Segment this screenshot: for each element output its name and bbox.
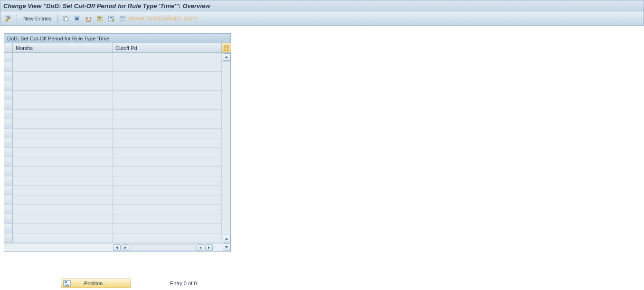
cell-months[interactable]: [13, 214, 113, 223]
row-selector[interactable]: [4, 167, 13, 176]
row-selector[interactable]: [4, 195, 13, 204]
cell-months[interactable]: [13, 233, 113, 242]
cell-months[interactable]: [13, 138, 113, 147]
row-selector[interactable]: [4, 176, 13, 185]
cell-months[interactable]: [13, 167, 113, 176]
table-row: [4, 205, 222, 214]
vscroll-track[interactable]: [222, 61, 230, 234]
cell-months[interactable]: [13, 72, 113, 81]
configure-columns-button[interactable]: [222, 43, 231, 53]
cell-cutoff[interactable]: [113, 110, 222, 119]
cell-months[interactable]: [13, 176, 113, 185]
svg-rect-23: [65, 284, 69, 285]
hscroll-left-button-2[interactable]: [197, 244, 204, 251]
cell-months[interactable]: [13, 224, 113, 233]
svg-rect-17: [224, 46, 229, 50]
cell-cutoff[interactable]: [113, 176, 222, 185]
copy-as-button[interactable]: [61, 14, 70, 23]
hscroll-track[interactable]: [130, 244, 196, 251]
select-all-button[interactable]: [95, 14, 104, 23]
position-button[interactable]: Position...: [61, 279, 131, 288]
cell-months[interactable]: [13, 62, 113, 71]
cell-months[interactable]: [13, 129, 113, 138]
table-row: [4, 119, 222, 129]
table-row: [4, 214, 222, 224]
row-selector[interactable]: [4, 129, 13, 138]
column-header-months[interactable]: Months: [13, 43, 113, 52]
svg-rect-7: [76, 18, 78, 20]
row-selector[interactable]: [4, 233, 13, 242]
cell-months[interactable]: [13, 186, 113, 195]
hscroll-left-button[interactable]: [113, 244, 121, 251]
hscroll-right-button[interactable]: [122, 244, 129, 251]
row-selector[interactable]: [4, 110, 13, 119]
cell-months[interactable]: [13, 157, 113, 166]
select-block-button[interactable]: [106, 14, 116, 23]
cell-cutoff[interactable]: [113, 214, 222, 223]
row-selector[interactable]: [4, 62, 13, 71]
cell-cutoff[interactable]: [113, 167, 222, 176]
cell-months[interactable]: [13, 81, 113, 90]
grid-main: Months Cutoff Pd: [4, 43, 222, 251]
cell-months[interactable]: [13, 148, 113, 157]
svg-point-0: [6, 16, 8, 18]
row-selector[interactable]: [4, 138, 13, 147]
cell-cutoff[interactable]: [113, 148, 222, 157]
cell-cutoff[interactable]: [113, 119, 222, 128]
cell-cutoff[interactable]: [113, 195, 222, 204]
row-selector[interactable]: [4, 91, 13, 100]
cell-months[interactable]: [13, 205, 113, 214]
cell-cutoff[interactable]: [113, 186, 222, 195]
cell-cutoff[interactable]: [113, 205, 222, 214]
cell-months[interactable]: [13, 53, 113, 62]
row-selector[interactable]: [4, 205, 13, 214]
cell-months[interactable]: [13, 119, 113, 128]
vscroll-up-button[interactable]: [223, 53, 230, 61]
triangle-left-icon: [199, 246, 202, 250]
vscroll-down-button[interactable]: [223, 243, 230, 251]
display-change-toggle-button[interactable]: [3, 14, 14, 23]
table-row: [4, 72, 222, 81]
entry-count-text: Entry 0 of 0: [170, 280, 197, 286]
vscroll-up-button-2[interactable]: [223, 235, 230, 242]
select-all-icon: [96, 15, 103, 22]
new-entries-button[interactable]: New Entries: [20, 14, 55, 23]
row-selector-header[interactable]: [4, 43, 13, 52]
delete-icon: [74, 15, 80, 22]
cell-months[interactable]: [13, 100, 113, 109]
cell-cutoff[interactable]: [113, 81, 222, 90]
table-row: [4, 157, 222, 167]
grid-wrap: Months Cutoff Pd: [4, 43, 230, 251]
cell-months[interactable]: [13, 110, 113, 119]
cell-months[interactable]: [13, 91, 113, 100]
row-selector[interactable]: [4, 100, 13, 109]
undo-change-button[interactable]: [84, 14, 93, 23]
table-settings-icon: [224, 45, 229, 51]
row-selector[interactable]: [4, 148, 13, 157]
deselect-all-button[interactable]: [118, 14, 127, 23]
cell-cutoff[interactable]: [113, 157, 222, 166]
delete-button[interactable]: [72, 14, 82, 23]
row-selector[interactable]: [4, 224, 13, 233]
cell-cutoff[interactable]: [113, 53, 222, 62]
row-selector[interactable]: [4, 186, 13, 195]
row-selector[interactable]: [4, 81, 13, 90]
content-area: DoD: Set Cut-Off Period for Rule Type 'T…: [0, 26, 644, 256]
cell-cutoff[interactable]: [113, 100, 222, 109]
row-selector[interactable]: [4, 53, 13, 62]
cell-cutoff[interactable]: [113, 138, 222, 147]
table-row: [4, 224, 222, 233]
row-selector[interactable]: [4, 72, 13, 81]
cell-months[interactable]: [13, 195, 113, 204]
row-selector[interactable]: [4, 214, 13, 223]
cell-cutoff[interactable]: [113, 91, 222, 100]
row-selector[interactable]: [4, 157, 13, 166]
hscroll-right-button-2[interactable]: [205, 244, 213, 251]
cell-cutoff[interactable]: [113, 62, 222, 71]
cell-cutoff[interactable]: [113, 224, 222, 233]
cell-cutoff[interactable]: [113, 129, 222, 138]
cell-cutoff[interactable]: [113, 72, 222, 81]
row-selector[interactable]: [4, 119, 13, 128]
column-header-cutoff[interactable]: Cutoff Pd: [113, 43, 222, 52]
cell-cutoff[interactable]: [113, 233, 222, 242]
